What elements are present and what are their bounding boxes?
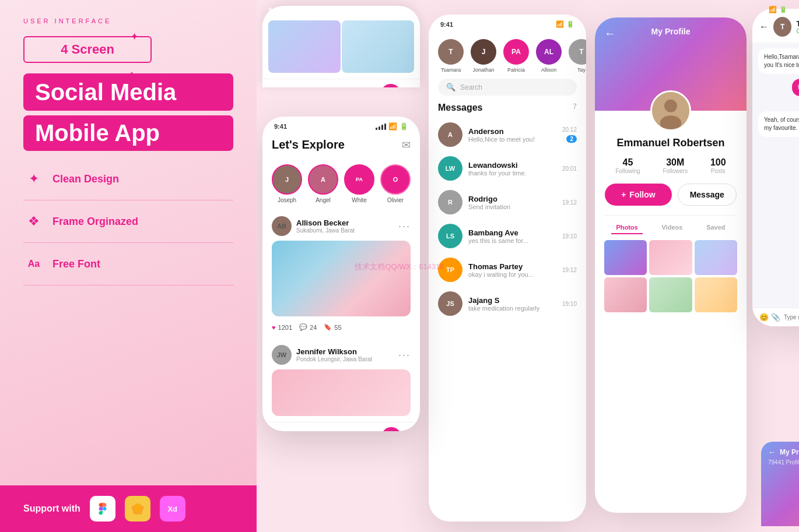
post-location-2: Pondok Leungsir, Jawa Barat: [296, 356, 372, 362]
post-user-2: JW Jennifer Wilkson Pondok Leungsir, Jaw…: [272, 345, 372, 365]
msg-stories: T Tsamara J Jonathan PA Patricia AL Alli…: [429, 31, 586, 79]
support-label: Support with: [23, 503, 80, 514]
post-card-1: AB Allison Becker Sukabumi, Jawa Barat ·…: [272, 212, 411, 334]
search-placeholder: Search: [460, 83, 482, 91]
story-name-3: Olivier: [387, 197, 404, 203]
story-name-1: Angel: [316, 197, 331, 203]
profile-panel: 9:41 📶 🔋 ← My Profile: [595, 17, 747, 513]
msg-item-0[interactable]: A Anderson Hello,Nice to meet you! 20.12…: [429, 118, 586, 152]
msg-name-4: Thomas Partey: [468, 262, 556, 271]
msg-preview-5: take medication regularly: [468, 305, 556, 312]
bpp-id: 79441 Profile: [761, 459, 799, 466]
you-label: You: [758, 101, 799, 107]
post-image-1: [272, 241, 411, 316]
msg-story-avatar-3: AL: [536, 39, 562, 65]
msg-battery-icon: 🔋: [566, 20, 574, 28]
chat-message-input[interactable]: [784, 314, 799, 320]
msg-avatar-0: A: [438, 122, 462, 147]
story-item[interactable]: J Joseph: [272, 164, 302, 203]
msg-avatar-1: LW: [438, 156, 462, 181]
msg-story-1[interactable]: J Jonathan: [471, 39, 496, 73]
chat-back-icon[interactable]: ←: [759, 22, 769, 32]
bell-tab-icon[interactable]: 🔔: [328, 431, 341, 431]
msg-story-name-2: Patricia: [507, 67, 525, 73]
msg-story-4[interactable]: T Tay: [569, 39, 586, 73]
back-icon[interactable]: ←: [604, 27, 616, 40]
msg-avatar-5: JS: [438, 291, 462, 316]
grid-photo-3: [695, 240, 737, 275]
msg-name-5: Jajang S: [468, 296, 556, 305]
save-action[interactable]: 🔖 55: [324, 323, 341, 331]
layers-icon: ❖: [23, 211, 44, 232]
sparkle-icon: ✦: [23, 168, 44, 189]
more-icon-1[interactable]: ···: [398, 220, 411, 232]
more-icon-2[interactable]: ···: [398, 349, 411, 361]
msg-story-avatar-1: J: [471, 39, 496, 65]
like-count: 1201: [278, 324, 292, 331]
msg-story-name-4: Tay: [577, 67, 586, 73]
msg-search-bar[interactable]: 🔍 Search: [438, 79, 577, 96]
msg-item-3[interactable]: LS Bambang Ave yes this is same for... 1…: [429, 219, 586, 253]
stat-posts: 100 Posts: [710, 157, 726, 174]
search-tab-icon[interactable]: 🔍: [302, 431, 314, 431]
grid-img-1: [268, 20, 341, 73]
emoji-icon[interactable]: 😊: [759, 313, 769, 322]
screen-count-box: 4 Screen: [23, 36, 152, 63]
post-header-2: JW Jennifer Wilkson Pondok Leungsir, Jaw…: [272, 340, 411, 369]
home-tab-icon[interactable]: ⌂: [281, 431, 288, 432]
story-item[interactable]: O Olivier: [380, 164, 411, 203]
deco-arrow-icon: ↙: [122, 68, 134, 84]
msg-item-2[interactable]: R Rodrigo Send invitation 19:12: [429, 185, 586, 219]
feature-free-font: Aa Free Font: [23, 253, 233, 286]
add-tab-button[interactable]: +: [381, 427, 401, 431]
post-avatar-2: JW: [272, 345, 292, 365]
msg-preview-2: Send invitation: [468, 203, 556, 210]
explore-title: Let's Explore: [272, 138, 345, 152]
follow-button[interactable]: + Follow: [605, 184, 672, 206]
msg-item-4[interactable]: TP Thomas Partey okay i waiting for you.…: [429, 253, 586, 287]
phone-top-partial: ⌂ ⊕ 🔔 👤 +: [262, 6, 420, 87]
post-name-2: Jennifer Wilkson: [296, 347, 372, 356]
msg-item-5[interactable]: JS Jajang S take medication regularly 19…: [429, 287, 586, 320]
feature-label-1: Frame Orginazed: [52, 216, 138, 228]
tab-videos[interactable]: Videos: [657, 221, 687, 234]
tab-photos[interactable]: Photos: [611, 221, 642, 234]
story-item[interactable]: A Angel: [308, 164, 338, 203]
msg-preview-3: yes this is same for...: [468, 237, 556, 244]
msg-story-2[interactable]: PA Patricia: [503, 39, 529, 73]
messages-title-row: Messages 7: [429, 103, 586, 118]
posts-label: Posts: [711, 168, 726, 174]
msg-story-0[interactable]: T Tsamara: [438, 39, 464, 73]
ui-label: USER INTERFACE: [23, 17, 233, 24]
comment-action[interactable]: 💬 24: [299, 323, 317, 331]
message-button[interactable]: Message: [678, 184, 737, 206]
msg-item-1[interactable]: LW Lewandowski thanks for your time. 20:…: [429, 152, 586, 185]
add-button[interactable]: +: [381, 84, 401, 87]
user-tab-icon[interactable]: 👤: [355, 431, 367, 431]
grid-photo-4: [604, 277, 647, 312]
figma-icon: [90, 496, 115, 522]
msg-preview-4: okay i waiting for you...: [468, 271, 556, 278]
msg-time-1: 20:01: [562, 165, 577, 172]
like-action[interactable]: ♥ 1201: [272, 324, 292, 331]
tab-saved[interactable]: Saved: [702, 221, 730, 234]
attachment-icon[interactable]: 📎: [771, 313, 780, 322]
message-btn-label: Message: [690, 190, 724, 199]
chat-bubble-2: Yeah, of course. Movie is my favourite.: [758, 111, 799, 137]
msg-story-3[interactable]: AL Allison: [536, 39, 562, 73]
stories-row: J Joseph A Angel PA: [272, 164, 411, 203]
search-icon: 🔍: [446, 83, 455, 91]
svg-point-4: [660, 115, 682, 131]
msg-story-avatar-4: T: [569, 39, 586, 65]
story-item[interactable]: PA White: [344, 164, 374, 203]
heart-icon: ♥: [272, 324, 276, 331]
message-icon[interactable]: ✉: [402, 139, 411, 152]
msg-time: 9:41: [440, 21, 453, 28]
msg-time-4: 19:12: [562, 267, 577, 273]
grid-photo-1: [604, 240, 647, 275]
bpp-back-icon[interactable]: ←: [768, 448, 776, 457]
msg-time-0: 20.12: [562, 126, 577, 133]
story-name-0: Joseph: [278, 197, 296, 203]
msg-status-icons: 📶 🔋: [556, 20, 574, 28]
wifi-icon: 📶: [388, 122, 397, 131]
